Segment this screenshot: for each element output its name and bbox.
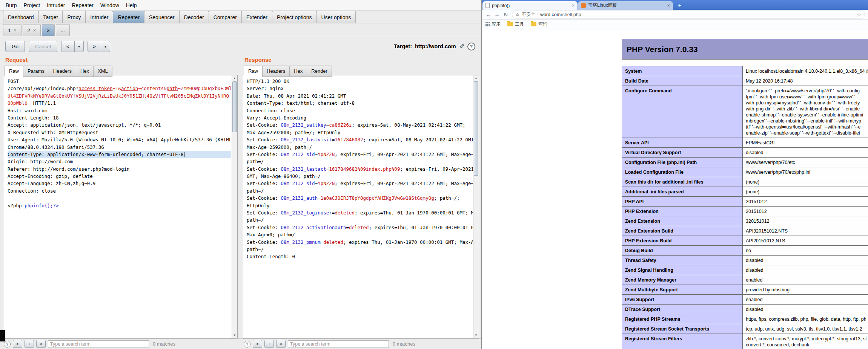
- close-tab-icon[interactable]: ×: [33, 28, 36, 33]
- help-icon[interactable]: ?: [4, 341, 11, 347]
- response-panel-title: Response: [243, 57, 479, 66]
- close-tab-icon[interactable]: ×: [14, 28, 17, 33]
- menu-burp[interactable]: Burp: [2, 2, 20, 8]
- tab-decoder[interactable]: Decoder: [179, 11, 209, 23]
- response-tab-raw[interactable]: Raw: [244, 66, 263, 77]
- phpinfo-row: Configuration File (php.ini) Path/www/se…: [622, 158, 868, 167]
- response-scrollbar[interactable]: ▲ ▼: [473, 75, 479, 338]
- phpinfo-row: Debug Buildno: [622, 246, 868, 256]
- menu-window[interactable]: Window: [97, 2, 123, 8]
- phpinfo-row: Zend Extension320151012: [622, 216, 868, 226]
- bookmark-star-icon[interactable]: ☆: [856, 12, 861, 18]
- repeater-tab-1[interactable]: 1×: [3, 24, 22, 36]
- security-label[interactable]: 不安全: [522, 11, 535, 18]
- menu-project[interactable]: Project: [20, 2, 44, 8]
- scroll-down-icon[interactable]: ▼: [473, 332, 479, 338]
- repeater-toolbar: Go Cancel < ▾ > ▾ Target: http://word.co…: [0, 36, 481, 57]
- phpinfo-value: 20151012: [743, 207, 868, 216]
- folder-icon: [531, 22, 536, 26]
- help-icon[interactable]: ?: [467, 43, 475, 51]
- request-tab-params[interactable]: Params: [23, 66, 49, 77]
- search-nav-button[interactable]: +: [264, 340, 274, 348]
- http-line: Content-Length: 0: [247, 253, 473, 260]
- tab-intruder[interactable]: Intruder: [85, 11, 113, 23]
- edit-target-icon[interactable]: ✎: [459, 43, 464, 51]
- search-nav-button[interactable]: >: [276, 340, 286, 348]
- request-tab-xml[interactable]: XML: [93, 66, 112, 77]
- new-tab-button[interactable]: +: [675, 2, 685, 9]
- http-line: Date: Thu, 08 Apr 2021 02:41:22 GMT: [247, 92, 473, 99]
- repeater-tab-3[interactable]: 3: [42, 24, 55, 36]
- phpinfo-value: May 12 2020 16:17:48: [743, 76, 868, 86]
- request-tab-raw[interactable]: Raw: [5, 66, 23, 77]
- phpinfo-value: disabled: [743, 256, 868, 265]
- cancel-button[interactable]: Cancel: [29, 41, 57, 52]
- tab-comparer[interactable]: Comparer: [209, 11, 242, 23]
- phpinfo-row: Loaded Configuration File/www/server/php…: [622, 167, 868, 177]
- folder-icon: [507, 22, 513, 26]
- menu-repeater[interactable]: Repeater: [68, 2, 97, 8]
- tab-sequencer[interactable]: Sequencer: [144, 11, 180, 23]
- repeater-tab-2[interactable]: 2×: [23, 24, 41, 36]
- http-line: path=/: [247, 216, 473, 223]
- forward-button[interactable]: →: [493, 12, 501, 18]
- tab-user-options[interactable]: User options: [316, 11, 356, 23]
- response-tab-hex[interactable]: Hex: [289, 66, 307, 77]
- search-matches-label: 0 matches: [393, 341, 415, 347]
- tab-proxy[interactable]: Proxy: [62, 11, 86, 23]
- phpinfo-row: SystemLinux localhost.localdomain 4.18.0…: [622, 66, 868, 76]
- repeater-tab-[interactable]: ...: [56, 24, 70, 36]
- phpinfo-row: Configure Command'./configure' '--prefix…: [622, 86, 868, 138]
- tab-project-options[interactable]: Project options: [272, 11, 317, 23]
- http-line: <?php phpinfo();?>: [8, 202, 231, 209]
- response-tab-render[interactable]: Render: [307, 66, 332, 77]
- search-input[interactable]: [48, 340, 149, 348]
- phpinfo-row: Zend Extension BuildAPI320151012,NTS: [622, 226, 868, 236]
- request-tab-hex[interactable]: Hex: [76, 66, 94, 77]
- request-tab-headers[interactable]: Headers: [49, 66, 76, 77]
- browser-tab[interactable]: phpinfo()×: [482, 1, 578, 10]
- scrollbar-thumb[interactable]: [232, 81, 237, 132]
- phpinfo-label: Virtual Directory Support: [622, 148, 743, 158]
- response-editor[interactable]: HTTP/1.1 200 OKServer: nginxDate: Thu, 0…: [243, 75, 479, 338]
- tab-close-icon[interactable]: ×: [667, 3, 670, 8]
- bookmark-folder[interactable]: 查询: [531, 21, 547, 28]
- tab-extender[interactable]: Extender: [241, 11, 272, 23]
- go-button[interactable]: Go: [5, 41, 25, 52]
- response-tab-headers[interactable]: Headers: [262, 66, 290, 77]
- bookmark-apps-shortcut[interactable]: 应用: [485, 21, 501, 28]
- next-request-dropdown-icon[interactable]: ▾: [101, 41, 110, 52]
- search-input[interactable]: [288, 340, 389, 348]
- phpinfo-label: PHP Extension Build: [622, 236, 743, 246]
- help-icon[interactable]: ?: [244, 341, 250, 347]
- tab-dashboard[interactable]: Dashboard: [3, 11, 39, 23]
- menu-intruder[interactable]: Intruder: [43, 2, 68, 8]
- tab-repeater[interactable]: Repeater: [113, 11, 144, 23]
- bookmark-folder[interactable]: 工具: [507, 21, 524, 28]
- scroll-down-icon[interactable]: ▼: [232, 332, 237, 338]
- http-line: Set-Cookie: O8m_2132_pmnum=deleted; expi…: [247, 239, 473, 246]
- reload-button[interactable]: ↻: [501, 12, 510, 18]
- request-scrollbar[interactable]: ▲ ▼: [232, 75, 237, 338]
- address-bar[interactable]: ⚠ 不安全 word.com /shell.php ☆: [512, 11, 865, 18]
- browser-tab[interactable]: 宝塔Linux面板×: [578, 1, 673, 10]
- phpinfo-value: (none): [743, 177, 868, 187]
- tab-close-icon[interactable]: ×: [571, 3, 575, 8]
- phpinfo-label: Thread Safety: [622, 256, 743, 265]
- search-nav-button[interactable]: <: [253, 340, 262, 348]
- scrollbar-thumb[interactable]: [474, 81, 478, 176]
- search-nav-button[interactable]: >: [36, 340, 46, 348]
- request-editor[interactable]: POST/core/api/wopi/index.php?access_toke…: [4, 75, 238, 338]
- next-request-button[interactable]: >: [88, 41, 101, 52]
- menu-help[interactable]: Help: [123, 2, 140, 8]
- prev-request-dropdown-icon[interactable]: ▾: [75, 41, 84, 52]
- phpinfo-value: API20151012,NTS: [743, 236, 868, 246]
- back-button[interactable]: ←: [484, 12, 493, 18]
- phpinfo-label: Registered Stream Filters: [622, 334, 743, 349]
- request-raw-text: POST/core/api/wopi/index.php?access_toke…: [4, 75, 231, 338]
- search-nav-button[interactable]: <: [13, 340, 22, 348]
- tab-target[interactable]: Target: [38, 11, 63, 23]
- prev-request-button[interactable]: <: [61, 41, 75, 52]
- phpinfo-page: PHP Version 7.0.33 SystemLinux localhost…: [622, 39, 868, 349]
- search-nav-button[interactable]: +: [25, 340, 34, 348]
